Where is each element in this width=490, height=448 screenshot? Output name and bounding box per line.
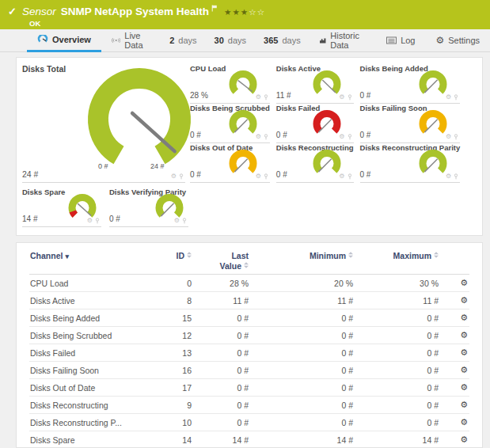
channel-name[interactable]: Disks Reconstructing (29, 401, 148, 410)
channel-last-value: 0 # (192, 401, 249, 410)
object-kind-label: Sensor (22, 6, 56, 17)
gauge-dial (226, 70, 260, 97)
gauge-dial (310, 109, 344, 136)
table-row: Disks Being Scrubbed 12 0 # 0 # 0 # ⚙ (29, 327, 469, 344)
channel-settings-icon[interactable]: ⚙ (460, 435, 468, 444)
channel-name[interactable]: Disks Failed (29, 348, 148, 358)
channel-name[interactable]: Disks Being Added (29, 313, 148, 323)
pin-icon[interactable] (264, 173, 268, 180)
channel-maximum: 11 # (353, 296, 439, 306)
channel-name[interactable]: Disks Failing Soon (29, 366, 148, 375)
pin-icon[interactable] (182, 218, 187, 224)
channel-maximum: 0 # (353, 348, 439, 358)
channel-minimum: 0 # (249, 313, 353, 323)
tab-log[interactable]: Log (376, 29, 425, 51)
gauge-value: 0 # (276, 131, 287, 139)
pin-icon[interactable] (179, 173, 184, 180)
tab-settings[interactable]: ⚙ Settings (425, 29, 490, 51)
channel-name[interactable]: CPU Load (29, 279, 148, 288)
gauge-cell-disks-verifying-parity: Disks Verifying Parity 0 # ⚙ (109, 188, 188, 227)
pin-icon[interactable] (95, 218, 100, 224)
column-header-id[interactable]: ID (148, 251, 192, 260)
channel-settings-icon[interactable]: ⚙ (460, 348, 468, 357)
channel-settings-icon[interactable]: ⚙ (460, 401, 468, 409)
column-header-minimum[interactable]: Minimum (249, 251, 353, 260)
tab-historic-data[interactable]: Historic Data (310, 29, 376, 51)
gear-icon[interactable]: ⚙ (339, 94, 344, 101)
gauge-arc (423, 74, 443, 91)
tab-30-days[interactable]: 30days (206, 29, 256, 51)
channel-name[interactable]: Disks Being Scrubbed (29, 331, 148, 340)
channel-name[interactable]: Disks Reconstructing P... (29, 418, 148, 427)
pin-icon[interactable] (454, 173, 458, 180)
pin-icon[interactable] (348, 94, 352, 101)
channel-name[interactable]: Disks Spare (29, 435, 148, 445)
channel-settings-icon[interactable]: ⚙ (460, 366, 468, 374)
broadcast-icon (112, 36, 120, 44)
tab-365-days[interactable]: 365days (255, 29, 310, 51)
gear-icon[interactable]: ⚙ (87, 218, 93, 224)
tab-2-days[interactable]: 2days (161, 29, 205, 51)
sort-icon (434, 252, 439, 258)
table-header-row: Channel▾ ID LastValue Minimum Maximum (29, 251, 469, 275)
channel-maximum: 0 # (353, 401, 439, 410)
tab-live-data[interactable]: Live Data (101, 29, 161, 51)
priority-stars[interactable]: ★★★☆☆ (224, 7, 265, 17)
pin-icon[interactable] (264, 134, 268, 140)
gear-icon[interactable]: ⚙ (171, 173, 177, 180)
gear-icon[interactable]: ⚙ (339, 173, 344, 180)
channel-id: 16 (148, 366, 192, 375)
channel-name[interactable]: Disks Active (29, 296, 148, 306)
channel-settings-icon[interactable]: ⚙ (460, 279, 468, 287)
column-header-maximum[interactable]: Maximum (353, 251, 439, 260)
gear-icon[interactable]: ⚙ (446, 94, 451, 101)
channel-name[interactable]: Disks Out of Date (29, 383, 148, 393)
gauge-value: 0 # (360, 170, 371, 179)
channel-settings-icon[interactable]: ⚙ (460, 331, 468, 340)
channel-minimum: 0 # (249, 331, 353, 340)
gauge-icon (37, 35, 48, 44)
gauge-arc (317, 153, 337, 170)
gear-icon[interactable]: ⚙ (339, 134, 344, 140)
channel-id: 13 (148, 348, 192, 358)
gauge-cell-disks-total: Disks Total 0 # 24 # 24 # ⚙ (22, 64, 185, 183)
gear-icon[interactable]: ⚙ (446, 134, 451, 140)
sensor-title: SNMP NetApp System Health (61, 6, 209, 17)
gear-icon[interactable]: ⚙ (256, 94, 261, 101)
channel-last-value: 0 # (192, 313, 249, 323)
channel-last-value: 0 # (192, 383, 249, 393)
column-header-channel[interactable]: Channel▾ (29, 251, 148, 260)
channel-settings-icon[interactable]: ⚙ (460, 418, 468, 427)
pin-icon[interactable] (348, 173, 352, 180)
gauge-cell-disks-being-scrubbed: Disks Being Scrubbed 0 # ⚙ (190, 104, 270, 143)
channel-last-value: 0 # (192, 348, 249, 358)
pin-icon[interactable] (454, 94, 458, 101)
gear-icon: ⚙ (435, 36, 444, 45)
channel-id: 10 (148, 418, 192, 427)
gear-icon[interactable]: ⚙ (256, 173, 261, 180)
pin-icon[interactable] (454, 134, 458, 140)
tab-overview[interactable]: Overview (27, 29, 101, 52)
gauge-value: 24 # (22, 169, 38, 179)
column-header-last-value[interactable]: LastValue (192, 251, 249, 271)
gauge-scale-min: 0 # (98, 162, 108, 170)
pin-icon[interactable] (348, 134, 352, 140)
channel-settings-icon[interactable]: ⚙ (460, 296, 468, 305)
channel-maximum: 0 # (353, 383, 439, 393)
channel-settings-icon[interactable]: ⚙ (460, 313, 468, 322)
priority-flag-icon[interactable] (211, 1, 218, 15)
stars-empty: ☆☆ (249, 7, 265, 17)
gauge-value: 14 # (22, 215, 37, 223)
gauge-dial (310, 70, 344, 97)
gear-icon[interactable]: ⚙ (174, 218, 180, 224)
gauge-arc (233, 113, 253, 131)
sensor-header: ✓ Sensor SNMP NetApp System Health ★★★☆☆… (0, 0, 490, 29)
pin-icon[interactable] (264, 94, 268, 101)
status-badge: OK (29, 19, 482, 28)
gear-icon[interactable]: ⚙ (256, 134, 261, 140)
table-row: CPU Load 0 28 % 20 % 30 % ⚙ (29, 275, 469, 292)
channel-last-value: 14 # (192, 435, 249, 445)
gear-icon[interactable]: ⚙ (446, 173, 451, 180)
channel-settings-icon[interactable]: ⚙ (460, 383, 468, 392)
gauge-bottom-row: Disks Spare 14 # ⚙ Disks Verifying Parit… (22, 188, 482, 227)
